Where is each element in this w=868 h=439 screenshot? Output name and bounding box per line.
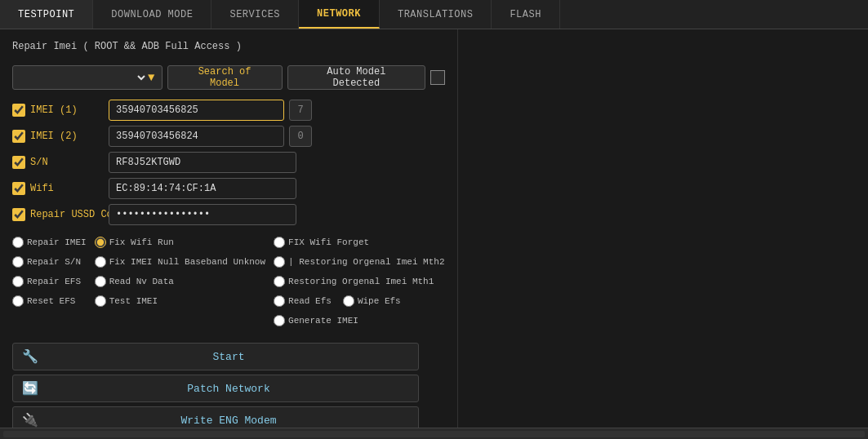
dropdown-arrow-icon: ▼ xyxy=(148,71,154,84)
auto-model-button[interactable]: Auto Model Detected xyxy=(287,65,426,90)
radio-repair-imei-label: Repair IMEI xyxy=(27,237,87,247)
radio-repair-efs: Repair EFS xyxy=(12,276,87,287)
nav-item-flash[interactable]: FLASH xyxy=(492,0,560,29)
nav-item-testpoint[interactable]: TESTPOINT xyxy=(0,0,93,29)
repair-title: Repair Imei ( ROOT && ADB Full Access ) xyxy=(12,38,445,55)
sn-input[interactable] xyxy=(109,152,296,173)
imei2-label: IMEI (2) xyxy=(30,131,104,142)
wifi-row: Wifi xyxy=(12,178,445,199)
radio-restoring-mth2-label: | Restoring Orgenal Imei Mth2 xyxy=(288,257,444,267)
imei1-input[interactable] xyxy=(109,100,284,121)
wifi-checkbox[interactable] xyxy=(12,182,25,195)
radio-fix-wifi-forget: FIX Wifi Forget xyxy=(274,237,444,248)
model-dropdown[interactable]: ▼ xyxy=(12,65,162,90)
patch-network-label: Patch Network xyxy=(47,383,410,395)
radio-col3: FIX Wifi Forget | Restoring Orgenal Imei… xyxy=(274,237,444,330)
ussd-input[interactable] xyxy=(109,204,296,225)
radio-fix-wifi-run: Fix Wifi Run xyxy=(95,237,265,248)
radio-repair-sn: Repair S/N xyxy=(12,256,87,268)
wifi-input[interactable] xyxy=(109,178,296,199)
main-panel: Repair Imei ( ROOT && ADB Full Access ) … xyxy=(0,29,457,439)
radio-reset-efs-label: Reset EFS xyxy=(27,296,75,306)
start-button[interactable]: 🔧 Start xyxy=(12,343,419,370)
imei2-row: IMEI (2) 0 xyxy=(12,126,445,147)
radio-fix-wifi-run-input[interactable] xyxy=(95,237,106,248)
nav-bar: TESTPOINT DOWNLOAD MODE SERVICES NETWORK… xyxy=(0,0,868,29)
imei2-input[interactable] xyxy=(109,126,284,147)
radio-col2: Fix Wifi Run Fix IMEI Null Baseband Unkn… xyxy=(95,237,265,330)
imei1-row: IMEI (1) 7 xyxy=(12,100,445,121)
radio-read-efs: Read Efs xyxy=(274,295,332,307)
imei2-badge: 0 xyxy=(289,126,312,147)
model-row: ▼ Search of Model Auto Model Detected xyxy=(12,65,445,90)
radio-fix-imei-null: Fix IMEI Null Baseband Unknow xyxy=(95,256,265,268)
imei2-checkbox[interactable] xyxy=(12,130,25,143)
nav-item-network[interactable]: NETWORK xyxy=(299,0,380,29)
radio-read-efs-input[interactable] xyxy=(274,295,285,307)
radio-wipe-efs-label: Wipe Efs xyxy=(358,296,401,306)
start-label: Start xyxy=(47,351,410,363)
radio-repair-imei: Repair IMEI xyxy=(12,237,87,248)
radio-read-nv-data: Read Nv Data xyxy=(95,276,265,287)
radio-repair-imei-input[interactable] xyxy=(12,237,24,248)
radio-row-efs-group: Read Efs Wipe Efs xyxy=(274,295,444,310)
radio-test-imei: Test IMEI xyxy=(95,295,265,307)
nav-item-services[interactable]: SERVICES xyxy=(211,0,299,29)
nav-item-translations[interactable]: TRANSLATIONS xyxy=(380,0,492,29)
radio-repair-efs-input[interactable] xyxy=(12,276,24,287)
radio-restoring-mth1: Restoring Orgenal Imei Mth1 xyxy=(274,276,444,287)
radio-wipe-efs: Wipe Efs xyxy=(343,295,401,307)
action-buttons: 🔧 Start 🔄 Patch Network 🔌 Write ENG Mode… xyxy=(12,343,445,439)
right-panel xyxy=(457,29,868,439)
write-eng-modem-icon: 🔌 xyxy=(21,412,39,428)
write-eng-modem-label: Write ENG Modem xyxy=(47,415,410,427)
radio-generate-imei-label: Generate IMEI xyxy=(288,316,358,326)
sn-row: S/N xyxy=(12,152,445,173)
radio-reset-efs-input[interactable] xyxy=(12,295,24,307)
sn-label: S/N xyxy=(30,157,104,168)
radio-repair-sn-input[interactable] xyxy=(12,256,24,268)
sn-checkbox[interactable] xyxy=(12,156,25,169)
radio-section: Repair IMEI Repair S/N Repair EFS Reset … xyxy=(12,237,445,330)
ussd-checkbox[interactable] xyxy=(12,208,25,221)
radio-col1: Repair IMEI Repair S/N Repair EFS Reset … xyxy=(12,237,87,330)
ussd-label: Repair USSD Code xyxy=(30,209,104,220)
imei1-label: IMEI (1) xyxy=(30,104,104,116)
start-icon: 🔧 xyxy=(21,348,39,365)
radio-read-nv-data-input[interactable] xyxy=(95,276,106,287)
radio-repair-sn-label: Repair S/N xyxy=(27,257,81,267)
radio-fix-wifi-forget-input[interactable] xyxy=(274,237,285,248)
radio-reset-efs: Reset EFS xyxy=(12,295,87,307)
nav-item-download-mode[interactable]: DOWNLOAD MODE xyxy=(93,0,211,29)
ussd-row: Repair USSD Code xyxy=(12,204,445,225)
radio-generate-imei: Generate IMEI xyxy=(274,315,444,326)
imei1-checkbox[interactable] xyxy=(12,104,25,117)
imei1-badge: 7 xyxy=(289,100,312,121)
radio-wipe-efs-input[interactable] xyxy=(343,295,354,307)
patch-network-button[interactable]: 🔄 Patch Network xyxy=(12,375,419,402)
patch-network-icon: 🔄 xyxy=(21,380,39,397)
radio-generate-imei-input[interactable] xyxy=(274,315,285,326)
search-model-button[interactable]: Search of Model xyxy=(167,65,283,90)
model-select[interactable] xyxy=(20,71,148,84)
radio-fix-imei-null-input[interactable] xyxy=(95,256,106,268)
radio-fix-wifi-run-label: Fix Wifi Run xyxy=(109,237,174,247)
content-area: Repair Imei ( ROOT && ADB Full Access ) … xyxy=(0,29,868,439)
radio-fix-wifi-forget-label: FIX Wifi Forget xyxy=(288,237,369,247)
bottom-bar xyxy=(0,428,868,439)
radio-restoring-mth1-input[interactable] xyxy=(274,276,285,287)
radio-fix-imei-null-label: Fix IMEI Null Baseband Unknow xyxy=(109,257,265,267)
scrollbar-track[interactable] xyxy=(3,431,865,437)
radio-restoring-mth2-input[interactable] xyxy=(274,256,285,268)
radio-restoring-mth1-label: Restoring Orgenal Imei Mth1 xyxy=(288,277,434,286)
wifi-label: Wifi xyxy=(30,183,104,194)
auto-model-checkbox[interactable] xyxy=(430,70,445,85)
radio-test-imei-input[interactable] xyxy=(95,295,106,307)
radio-repair-efs-label: Repair EFS xyxy=(27,277,81,286)
radio-test-imei-label: Test IMEI xyxy=(109,296,158,306)
radio-read-efs-label: Read Efs xyxy=(288,296,332,306)
radio-read-nv-data-label: Read Nv Data xyxy=(109,277,174,286)
radio-restoring-mth2: | Restoring Orgenal Imei Mth2 xyxy=(274,256,444,268)
